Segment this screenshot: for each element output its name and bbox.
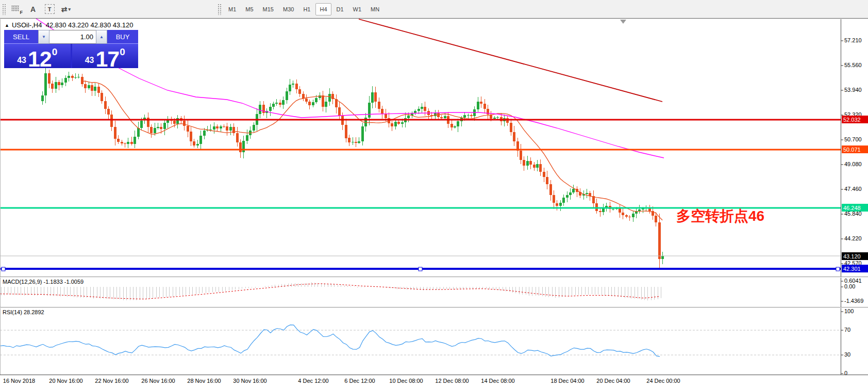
price-axis-label: 55.560: [844, 62, 862, 68]
price-level-badge: 50.071: [842, 146, 868, 153]
symbol-timeframe: USOil-,H4: [12, 21, 42, 29]
dots-grid-icon: [11, 6, 19, 12]
macd-axis-label: -1.4369: [844, 298, 863, 304]
timeframe-button-m5[interactable]: M5: [241, 3, 257, 15]
chevron-down-icon[interactable]: ▾: [69, 7, 71, 12]
sell-button[interactable]: SELL: [4, 30, 38, 44]
sell-price-tile[interactable]: 43 12 0: [4, 44, 71, 68]
time-axis-label: 12 Dec 08:00: [435, 378, 469, 384]
rsi-line: [0, 325, 660, 357]
cursor-arrows-icon[interactable]: ⇄ ▾: [58, 3, 74, 16]
time-axis-label: 14 Dec 08:00: [481, 378, 514, 384]
macd-label: MACD(12,26,9) -1.1833 -1.0059: [3, 279, 84, 285]
buy-price-pips: 17: [95, 50, 119, 68]
toolbar-grip[interactable]: [218, 4, 222, 15]
volume-input[interactable]: [49, 30, 96, 44]
axis-frame-layer: [0, 19, 868, 388]
time-axis-label: 30 Nov 16:00: [233, 378, 266, 384]
timeframe-button-mn[interactable]: MN: [366, 3, 383, 15]
main-chart-canvas[interactable]: [0, 19, 868, 388]
price-axis-label: 57.210: [844, 37, 862, 43]
time-axis-label: 22 Nov 16:00: [95, 378, 128, 384]
time-axis-label: 10 Dec 08:00: [389, 378, 423, 384]
time-axis[interactable]: 16 Nov 201820 Nov 16:0022 Nov 16:0026 No…: [0, 375, 868, 388]
panel-splitter[interactable]: [0, 306, 868, 309]
time-axis-label: 26 Nov 16:00: [141, 378, 175, 384]
ohlc-values: 42.830 43.220 42.830 43.120: [46, 21, 133, 29]
chart-title: ▲USOil-,H4 42.830 43.220 42.830 43.120: [5, 21, 133, 29]
rsi-layer: [0, 325, 841, 357]
time-axis-label: 6 Dec 12:00: [344, 378, 375, 384]
macd-axis-label: 0.00: [844, 283, 855, 289]
macd-layer: [0, 282, 661, 300]
buy-button[interactable]: BUY: [107, 30, 138, 44]
time-axis-label: 20 Nov 16:00: [49, 378, 82, 384]
rsi-axis-label: 30: [844, 351, 850, 358]
sell-price-pips: 12: [28, 50, 52, 68]
collapse-arrow-icon[interactable]: ▲: [5, 23, 9, 28]
buy-price-whole: 43: [85, 56, 94, 65]
rsi-label: RSI(14) 28.2892: [3, 309, 44, 315]
text-box-icon[interactable]: T: [42, 3, 57, 16]
mt4-window: { "toolbar": { "icons": [ {"name": "char…: [0, 0, 868, 388]
price-level-badge: 43.120: [842, 252, 868, 260]
price-axis-label: 47.460: [844, 186, 862, 192]
timeframe-button-h1[interactable]: H1: [299, 3, 314, 15]
price-level-badge: 52.032: [842, 116, 868, 123]
one-click-trading-panel: SELL ▼ ▲ BUY 43 12 0 43 17 0: [4, 30, 138, 68]
indicator-list-icon[interactable]: F: [9, 3, 24, 16]
levels-layer: [0, 120, 841, 271]
buy-price-tile[interactable]: 43 17 0: [72, 44, 139, 68]
price-axis-label: 50.700: [844, 136, 862, 142]
timeframe-toolbar: M1M5M15M30H1H4D1W1MN: [215, 0, 384, 18]
toolbar: F A T ⇄ ▾ M1M5M15M30H1H4D1W1MN: [0, 0, 868, 19]
timeframe-button-m30[interactable]: M30: [279, 3, 298, 15]
timeframe-button-h4[interactable]: H4: [315, 3, 331, 15]
macd-signal-line: [0, 284, 660, 299]
time-axis-label: 4 Dec 12:00: [298, 378, 328, 384]
timeframe-button-m1[interactable]: M1: [224, 3, 240, 15]
time-axis-label: 28 Nov 16:00: [187, 378, 221, 384]
price-axis[interactable]: 57.21055.56053.94052.32050.70049.08047.4…: [841, 19, 868, 375]
timeframe-button-w1[interactable]: W1: [349, 3, 366, 15]
panel-splitter[interactable]: [0, 276, 868, 279]
timeframe-button-d1[interactable]: D1: [332, 3, 348, 15]
price-axis-label: 44.220: [844, 235, 862, 241]
price-axis-label: 49.080: [844, 161, 862, 167]
f-glyph: F: [20, 10, 23, 15]
time-axis-label: 16 Nov 2018: [3, 378, 35, 384]
time-axis-label: 20 Dec 04:00: [596, 378, 630, 384]
price-level-badge: 42.301: [842, 265, 868, 272]
text-label-icon[interactable]: A: [25, 3, 41, 16]
buy-price-fraction: 0: [120, 46, 125, 58]
trend-note-annotation[interactable]: 多空转折点46: [676, 206, 764, 226]
time-axis-label: 24 Dec 00:00: [646, 378, 680, 384]
descending-trendline: [359, 19, 662, 102]
volume-increase-button[interactable]: ▲: [96, 30, 107, 44]
sell-price-fraction: 0: [52, 46, 58, 58]
price-level-badge: 46.248: [842, 204, 868, 212]
chart-shift-marker-icon[interactable]: [620, 20, 626, 24]
price-axis-label: 53.940: [844, 87, 862, 93]
rsi-axis-label: 70: [844, 327, 850, 333]
time-axis-label: 18 Dec 04:00: [550, 378, 584, 384]
candles-layer: [41, 64, 664, 268]
timeframe-button-m15[interactable]: M15: [259, 3, 278, 15]
volume-decrease-button[interactable]: ▼: [38, 30, 49, 44]
toolbar-objects-group: F A T ⇄ ▾: [0, 0, 74, 18]
timeframe-buttons: M1M5M15M30H1H4D1W1MN: [224, 3, 384, 15]
toolbar-grip[interactable]: [2, 4, 6, 15]
sell-price-whole: 43: [17, 56, 26, 65]
